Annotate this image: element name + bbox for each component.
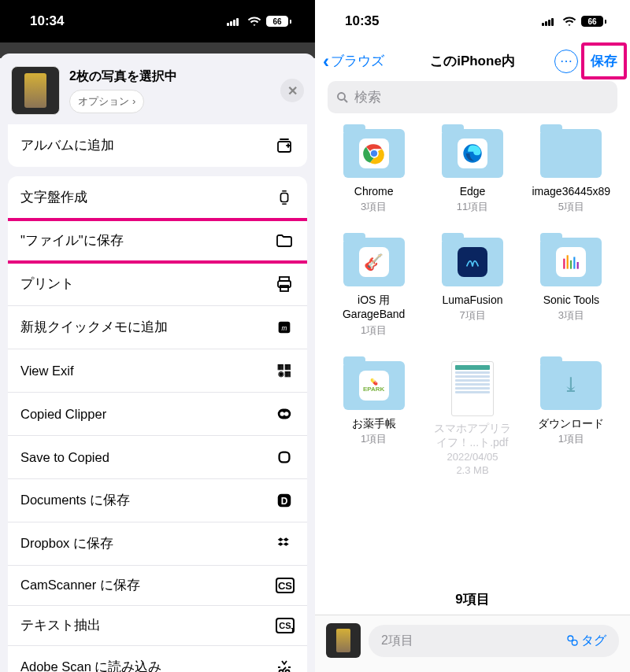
folder-count: 1項目 — [361, 323, 387, 338]
cellular-icon — [227, 17, 243, 26]
share-sheet-content: 2枚の写真を選択中 オプション › ✕ アルバムに追加 文字盤作成 — [0, 42, 315, 672]
menu-copied-clipper[interactable]: Copied Clipper — [8, 393, 307, 436]
chevron-left-icon: ‹ — [323, 50, 329, 72]
svg-rect-10 — [280, 452, 290, 463]
files-content: ‹ ブラウズ このiPhone内 ⋯ 保存 検索 Chrome 3項目 — [315, 42, 630, 672]
folder-sonictools[interactable]: Sonic Tools 3項目 — [528, 238, 614, 337]
documents-icon: D — [274, 490, 295, 511]
menu-save-to-files[interactable]: "ファイル"に保存 — [8, 220, 307, 263]
folder-count: 7項目 — [459, 308, 485, 323]
files-header: ‹ ブラウズ このiPhone内 ⋯ 保存 — [315, 42, 630, 78]
adobescan-icon — [274, 657, 295, 672]
menu-create-watchface[interactable]: 文字盤作成 — [8, 176, 307, 220]
folder-name: Edge — [460, 184, 486, 198]
selection-count: 2項目 — [381, 633, 413, 649]
cstext-icon: CST — [276, 618, 295, 633]
menu-add-to-album[interactable]: アルバムに追加 — [8, 124, 307, 167]
folder-name: Chrome — [354, 184, 394, 198]
menu-add-quicknote[interactable]: 新規クイックメモに追加 m — [8, 306, 307, 349]
menu-label: 文字盤作成 — [20, 189, 87, 206]
epark-icon: 💊EPARK — [359, 371, 389, 401]
more-button[interactable]: ⋯ — [554, 50, 578, 73]
status-time: 10:35 — [345, 13, 379, 29]
menu-view-exif[interactable]: View Exif ▦▦◉▦ — [8, 349, 307, 393]
menu-adobe-scan[interactable]: Adobe Scan に読み込み — [8, 646, 307, 672]
close-icon: ✕ — [287, 83, 298, 98]
watch-icon — [274, 187, 295, 208]
folder-count: 1項目 — [361, 432, 387, 446]
close-button[interactable]: ✕ — [280, 79, 304, 102]
tag-button[interactable]: タグ — [566, 633, 606, 649]
folder-okusuri[interactable]: 💊EPARK お薬手帳 1項目 — [331, 361, 417, 476]
total-items: 9項目 — [315, 584, 630, 615]
menu-label: Documents に保存 — [20, 492, 130, 509]
folder-icon — [274, 231, 295, 251]
svg-point-18 — [370, 150, 377, 157]
menu-save-to-copied[interactable]: Save to Copied — [8, 436, 307, 479]
selection-pill[interactable]: 2項目 タグ — [369, 625, 619, 657]
menu-group-1: アルバムに追加 — [8, 124, 307, 167]
status-bar: 10:34 66 — [0, 0, 315, 42]
menu-print[interactable]: プリント — [8, 263, 307, 306]
menu-save-to-documents[interactable]: Documents に保存 D — [8, 479, 307, 522]
svg-text:m: m — [282, 325, 287, 332]
folder-lumafusion[interactable]: LumaFusion 7項目 — [429, 238, 515, 337]
print-icon — [274, 274, 295, 294]
exif-icon: ▦▦◉▦ — [274, 360, 295, 381]
status-indicators: 66 — [542, 14, 606, 28]
download-icon: ⤓ — [562, 373, 580, 397]
tag-icon — [566, 634, 579, 647]
status-bar: 10:35 66 — [315, 0, 630, 42]
file-thumbnail-icon — [451, 361, 494, 416]
file-pdf[interactable]: スマホアプリライフ！...ト.pdf 2022/04/05 2.3 MB — [429, 361, 515, 476]
menu-label: テキスト抽出 — [20, 617, 101, 634]
svg-point-9 — [284, 412, 289, 416]
copied-icon — [274, 447, 295, 467]
search-field[interactable]: 検索 — [328, 81, 617, 113]
ellipsis-icon: ⋯ — [560, 54, 573, 68]
status-indicators: 66 — [227, 14, 291, 28]
chrome-icon — [359, 138, 389, 168]
garageband-icon: 🎸 — [359, 247, 389, 277]
selection-thumbnail[interactable] — [326, 623, 361, 658]
folder-chrome[interactable]: Chrome 3項目 — [331, 129, 417, 214]
svg-rect-1 — [280, 194, 287, 202]
folder-garageband[interactable]: 🎸 iOS 用GarageBand 1項目 — [331, 238, 417, 337]
sheet-header: 2枚の写真を選択中 オプション › ✕ — [0, 54, 315, 124]
search-icon — [335, 90, 350, 105]
folder-name: Sonic Tools — [543, 293, 599, 307]
folder-name: iOS 用GarageBand — [331, 293, 417, 321]
phone-right-files: 10:35 66 ‹ ブラウズ このiPhone内 ⋯ 保存 検索 — [315, 0, 630, 672]
folder-count: 5項目 — [558, 200, 584, 214]
save-button[interactable]: 保存 — [586, 49, 622, 73]
svg-point-8 — [280, 412, 285, 416]
folder-image36445x89[interactable]: image36445x89 5項目 — [528, 129, 614, 214]
menu-label: "ファイル"に保存 — [20, 232, 124, 249]
search-placeholder: 検索 — [354, 88, 381, 106]
options-button[interactable]: オプション › — [69, 90, 144, 113]
battery-icon: 66 — [581, 16, 606, 27]
location-title: このiPhone内 — [430, 52, 515, 70]
folder-downloads[interactable]: ⤓ ダウンロード 1項目 — [528, 361, 614, 476]
file-date: 2022/04/05 — [447, 451, 498, 463]
phone-left-share-sheet: 10:34 66 2枚の写真を選択中 オプション › ✕ — [0, 0, 315, 672]
sonic-icon — [556, 247, 586, 277]
options-label: オプション — [78, 94, 129, 109]
menu-label: アルバムに追加 — [20, 137, 114, 154]
edge-icon — [458, 138, 487, 168]
menu-label: Dropbox に保存 — [20, 535, 113, 552]
menu-extract-text[interactable]: テキスト抽出 CST — [8, 606, 307, 646]
svg-point-21 — [572, 640, 577, 645]
folder-name: image36445x89 — [532, 184, 611, 198]
lumafusion-icon — [458, 247, 487, 277]
menu-label: CamScanner に保存 — [20, 577, 140, 594]
folder-edge[interactable]: Edge 11項目 — [429, 129, 515, 214]
menu-save-to-camscanner[interactable]: CamScanner に保存 CS — [8, 566, 307, 606]
status-time: 10:34 — [30, 13, 64, 29]
menu-label: View Exif — [20, 364, 74, 378]
file-size: 2.3 MB — [456, 464, 488, 476]
back-button[interactable]: ‹ ブラウズ — [323, 50, 384, 72]
back-label: ブラウズ — [331, 52, 384, 70]
svg-point-15 — [338, 93, 345, 100]
menu-save-to-dropbox[interactable]: Dropbox に保存 — [8, 522, 307, 566]
